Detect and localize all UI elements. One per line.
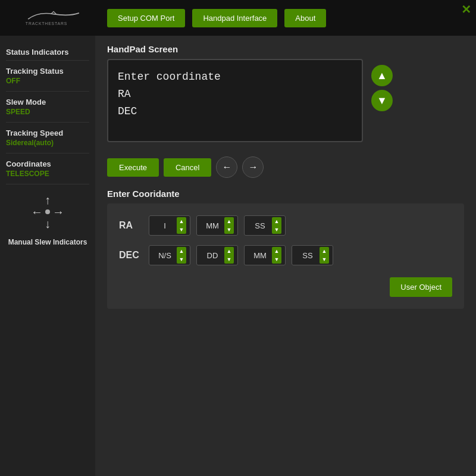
handpad-line-2: RA (118, 86, 352, 103)
coordinates-section: Coordinates TELESCOPE (6, 154, 89, 184)
ra-mm-field[interactable]: MM ▲ ▼ (196, 215, 238, 236)
dec-dd-down[interactable]: ▼ (224, 255, 234, 264)
nav-left-button[interactable]: ← (216, 156, 237, 178)
tracking-speed-label: Tracking Speed (6, 129, 89, 137)
top-bar: TRACKTHESTARS Setup COM Port Handpad Int… (0, 0, 476, 36)
slew-mode-section: Slew Mode SPEED (6, 92, 89, 123)
ra-label: RA (119, 220, 143, 231)
ra-hours-up[interactable]: ▲ (177, 217, 186, 226)
dec-ns-value: N/S (153, 251, 177, 260)
slew-right-arrow: → (52, 206, 64, 218)
handpad-scroll-buttons: ▲ ▼ (371, 65, 393, 111)
tracking-status-section: Tracking Status OFF (6, 61, 89, 92)
dec-ns-up[interactable]: ▲ (177, 247, 186, 255)
coordinate-section: RA I ▲ ▼ MM ▲ ▼ SS (107, 203, 464, 309)
dec-ns-arrows: ▲ ▼ (177, 247, 186, 264)
handpad-screen-title: HandPad Screen (107, 44, 464, 54)
ra-mm-arrows: ▲ ▼ (224, 217, 234, 234)
ra-ss-down[interactable]: ▼ (272, 226, 281, 234)
ra-mm-down[interactable]: ▼ (224, 226, 234, 234)
tracking-status-label: Tracking Status (6, 67, 89, 76)
dec-dd-field[interactable]: DD ▲ ▼ (196, 245, 238, 265)
enter-coordinate-title: Enter Cooridante (107, 189, 464, 199)
dec-mm-field[interactable]: MM ▲ ▼ (244, 245, 286, 265)
dec-ns-field[interactable]: N/S ▲ ▼ (149, 245, 190, 265)
ra-row: RA I ▲ ▼ MM ▲ ▼ SS (119, 215, 452, 236)
ra-ss-up[interactable]: ▲ (272, 217, 281, 226)
ra-mm-value: MM (201, 221, 224, 230)
tracking-speed-value: Sidereal(auto) (6, 139, 89, 147)
dec-dd-arrows: ▲ ▼ (224, 247, 234, 264)
logo-area: TRACKTHESTARS (6, 9, 101, 27)
main-content: HandPad Screen Enter coordinate RA DEC ▲… (95, 36, 476, 476)
coordinates-label: Coordinates (6, 159, 89, 168)
logo-icon: TRACKTHESTARS (18, 9, 89, 27)
ra-hours-down[interactable]: ▼ (177, 226, 186, 234)
ra-mm-up[interactable]: ▲ (224, 217, 234, 226)
ra-ss-value: SS (248, 221, 272, 230)
handpad-line-1: Enter coordinate (118, 68, 352, 86)
scroll-down-button[interactable]: ▼ (371, 90, 393, 111)
tracking-speed-section: Tracking Speed Sidereal(auto) (6, 123, 89, 154)
dec-mm-up[interactable]: ▲ (272, 247, 281, 255)
dec-mm-arrows: ▲ ▼ (272, 247, 281, 264)
ra-hours-value: I (153, 221, 177, 230)
dec-row: DEC N/S ▲ ▼ DD ▲ ▼ MM (119, 245, 452, 265)
main-layout: Status Indicators Tracking Status OFF Sl… (0, 36, 476, 476)
about-button[interactable]: About (284, 9, 326, 27)
dec-mm-down[interactable]: ▼ (272, 255, 281, 264)
dec-ss-up[interactable]: ▲ (320, 247, 329, 255)
dec-ss-field[interactable]: SS ▲ ▼ (292, 245, 333, 265)
handpad-interface-button[interactable]: Handpad Interface (192, 9, 277, 27)
action-row: Execute Cancel ← → (107, 156, 464, 178)
dec-ss-down[interactable]: ▼ (320, 255, 329, 264)
ra-ss-arrows: ▲ ▼ (272, 217, 281, 234)
dec-dd-up[interactable]: ▲ (224, 247, 234, 255)
execute-button[interactable]: Execute (107, 158, 159, 177)
user-object-row: User Object (119, 275, 452, 297)
slew-up-arrow: ↑ (45, 194, 51, 206)
ra-hours-field[interactable]: I ▲ ▼ (149, 215, 190, 236)
ra-hours-arrows: ▲ ▼ (177, 217, 186, 234)
close-icon[interactable]: ✕ (456, 0, 476, 19)
setup-com-port-button[interactable]: Setup COM Port (107, 9, 185, 27)
coordinates-value: TELESCOPE (6, 170, 89, 178)
ra-ss-field[interactable]: SS ▲ ▼ (244, 215, 286, 236)
scroll-up-button[interactable]: ▲ (371, 65, 393, 86)
tracking-status-value: OFF (6, 77, 89, 85)
slew-mode-value: SPEED (6, 108, 89, 116)
dec-label: DEC (119, 250, 143, 261)
slew-down-arrow: ↓ (45, 218, 51, 230)
status-indicators-label: Status Indicators (6, 42, 89, 61)
sidebar: Status Indicators Tracking Status OFF Sl… (0, 36, 95, 476)
cancel-button[interactable]: Cancel (164, 158, 211, 177)
dec-dd-value: DD (201, 251, 224, 260)
handpad-line-3: DEC (118, 103, 352, 120)
dec-ss-value: SS (296, 251, 320, 260)
nav-right-button[interactable]: → (242, 156, 264, 178)
slew-mode-label: Slew Mode (6, 98, 89, 107)
manual-slew-indicators-label: Manual Slew Indicators (6, 238, 89, 246)
top-buttons: Setup COM Port Handpad Interface About (107, 9, 326, 27)
dec-mm-value: MM (248, 251, 272, 260)
handpad-screen: Enter coordinate RA DEC (107, 59, 363, 142)
dec-ss-arrows: ▲ ▼ (320, 247, 329, 264)
slew-left-arrow: ← (31, 206, 43, 218)
dec-ns-down[interactable]: ▼ (177, 255, 186, 264)
svg-text:TRACKTHESTARS: TRACKTHESTARS (26, 21, 67, 26)
slew-center-dot (45, 209, 50, 214)
slew-indicator: ↑ ← → ↓ (6, 194, 89, 230)
user-object-button[interactable]: User Object (390, 277, 452, 297)
